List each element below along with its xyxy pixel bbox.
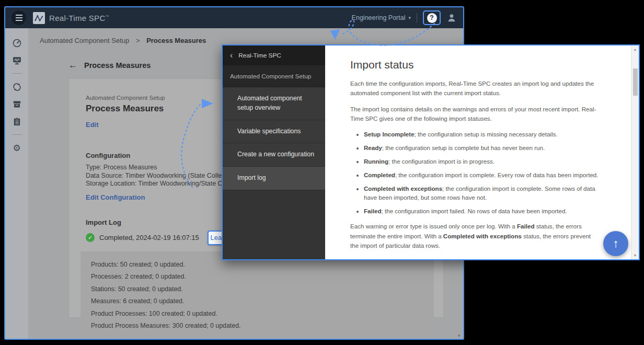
import-results-box: Products: 50 created; 0 updated.Processe… (80, 251, 434, 338)
scroll-to-top-button[interactable]: ↑ (603, 231, 628, 256)
breadcrumb: Automated Component Setup > Process Meas… (40, 37, 206, 44)
breadcrumb-item-parent[interactable]: Automated Component Setup (40, 37, 129, 44)
help-nav-section: Automated Component Setup (223, 65, 325, 87)
help-paragraph-1: Each time the configuration imports, Rea… (350, 79, 599, 98)
scrollbar-up-icon[interactable]: ▲ (631, 48, 639, 51)
import-result-line: Products: 50 created; 0 updated. (91, 259, 423, 271)
status-bullet-list: Setup Incomplete; the configuration setu… (350, 130, 599, 215)
help-nav-item[interactable]: Create a new configuration (223, 143, 325, 167)
monitor-chart-icon[interactable] (12, 55, 22, 65)
up-arrow-icon: ↑ (613, 237, 619, 250)
clipboard-icon[interactable] (12, 116, 22, 126)
top-navbar: Real-Time SPC™ Engineering Portal ▾ ? (5, 7, 463, 28)
status-bullet: Setup Incomplete; the configuration setu… (364, 130, 599, 139)
hamburger-menu-button[interactable] (12, 10, 26, 25)
import-result-line: Stations: 50 created; 0 updated. (91, 283, 423, 296)
scroll-down-icon: ▼ (457, 334, 461, 338)
help-nav-item[interactable]: Automated component setup overview (223, 87, 325, 120)
portal-dropdown[interactable]: Engineering Portal ▾ (352, 14, 411, 21)
help-nav-back-label: Real-Time SPC (238, 52, 281, 59)
brand-title: Real-Time SPC™ (49, 14, 109, 22)
status-bullet: Completed; the configuration import is c… (364, 170, 599, 179)
sync-icon[interactable] (12, 82, 22, 92)
back-button[interactable]: ← (68, 60, 77, 71)
sidebar-divider (12, 73, 22, 74)
breadcrumb-separator: > (136, 37, 140, 44)
screenshot-stage: Real-Time SPC™ Engineering Portal ▾ ? (0, 0, 644, 345)
brand-logo-icon (33, 12, 45, 24)
page-title: Process Measures (84, 61, 151, 70)
help-title: Import status (350, 59, 599, 71)
status-bullet: Ready; the configuration setup is comple… (364, 143, 599, 152)
status-bullet: Failed; the configuration import failed.… (364, 206, 599, 215)
trademark-symbol: ™ (106, 15, 109, 18)
import-result-line: Product Processes: 100 created; 0 update… (91, 308, 423, 320)
archive-icon[interactable] (12, 99, 22, 109)
help-nav-back[interactable]: ‹ Real-Time SPC (223, 45, 325, 65)
chevron-left-icon: ‹ (230, 51, 233, 60)
user-icon[interactable] (446, 13, 457, 23)
help-button[interactable]: ? (423, 10, 441, 25)
status-bullet: Running; the configuration import is in … (364, 157, 599, 166)
edit-link[interactable]: Edit (86, 121, 99, 129)
status-bullet: Completed with exceptions; the configura… (364, 184, 599, 202)
dashboard-gauge-icon[interactable] (12, 38, 22, 48)
navbar-right: Engineering Portal ▾ ? (352, 10, 457, 25)
breadcrumb-item-current: Process Measures (146, 37, 206, 44)
help-nav-filler (223, 190, 325, 259)
help-panel: ‹ Real-Time SPC Automated Component Setu… (222, 44, 640, 260)
page-title-row: ← Process Measures (68, 60, 151, 71)
settings-gear-icon[interactable]: ⚙ (12, 143, 22, 153)
help-nav: ‹ Real-Time SPC Automated Component Setu… (223, 45, 325, 259)
import-result-line: Measures: 6 created; 0 updated. (91, 295, 423, 308)
scrollbar-down-icon[interactable]: ▼ (631, 254, 639, 257)
portal-dropdown-label: Engineering Portal (352, 14, 406, 21)
success-check-icon: ✓ (86, 233, 95, 242)
navbar-divider (417, 13, 417, 22)
caret-down-icon: ▾ (408, 15, 411, 20)
left-sidebar: ⚙ (5, 28, 28, 339)
help-icon: ? (427, 13, 437, 23)
help-paragraph-3: Each warning or error type is issued onl… (350, 222, 599, 250)
edit-configuration-link[interactable]: Edit Configuration (86, 193, 145, 201)
import-status-text: Completed, 2024-02-19 16:07:15 (99, 234, 199, 242)
help-nav-item[interactable]: Import log (223, 167, 325, 190)
import-result-line: Product Process Measures: 300 created; 0… (91, 320, 423, 332)
help-paragraph-2: The import log contains details on the w… (350, 105, 599, 124)
scrollbar[interactable]: ▲ ▼ (631, 45, 639, 259)
help-content: Import status Each time the configuratio… (325, 45, 639, 259)
scrollbar-thumb[interactable] (633, 68, 638, 96)
import-result-line: Processes: 2 created; 0 updated. (91, 271, 423, 283)
help-nav-item[interactable]: Variable specifications (223, 120, 325, 144)
sidebar-divider (12, 134, 22, 135)
